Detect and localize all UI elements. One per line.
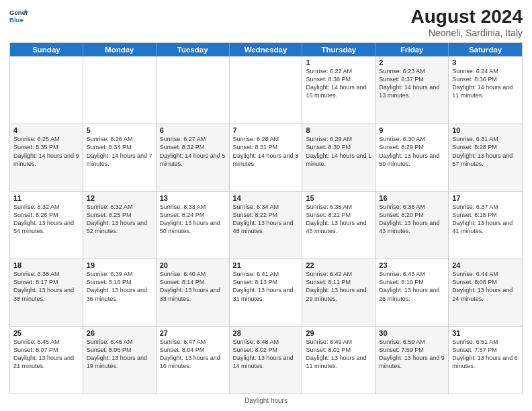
day-header-tuesday: Tuesday (157, 43, 230, 56)
calendar-cell-2: 2Sunrise: 6:23 AM Sunset: 8:37 PM Daylig… (375, 56, 449, 124)
day-header-saturday: Saturday (449, 43, 522, 56)
day-number: 15 (306, 194, 371, 202)
day-info: Sunrise: 6:25 AM Sunset: 8:35 PM Dayligh… (13, 135, 79, 168)
calendar-cell-12: 12Sunrise: 6:32 AM Sunset: 8:25 PM Dayli… (83, 192, 157, 259)
day-info: Sunrise: 6:44 AM Sunset: 8:08 PM Dayligh… (452, 270, 519, 303)
calendar-row-1: 1Sunrise: 6:22 AM Sunset: 8:38 PM Daylig… (10, 56, 522, 124)
day-number: 14 (233, 194, 299, 202)
calendar-cell-5: 5Sunrise: 6:26 AM Sunset: 8:34 PM Daylig… (83, 124, 157, 191)
day-info: Sunrise: 6:32 AM Sunset: 8:26 PM Dayligh… (13, 203, 79, 236)
calendar-cell-4: 4Sunrise: 6:25 AM Sunset: 8:35 PM Daylig… (10, 124, 83, 191)
day-info: Sunrise: 6:50 AM Sunset: 7:59 PM Dayligh… (379, 338, 445, 371)
day-header-wednesday: Wednesday (230, 43, 303, 56)
day-info: Sunrise: 6:23 AM Sunset: 8:37 PM Dayligh… (379, 67, 445, 100)
calendar-cell-26: 26Sunrise: 6:46 AM Sunset: 8:05 PM Dayli… (83, 327, 157, 394)
day-number: 1 (306, 58, 371, 66)
day-number: 31 (452, 329, 519, 337)
calendar-cell-16: 16Sunrise: 6:36 AM Sunset: 8:20 PM Dayli… (375, 192, 449, 259)
day-info: Sunrise: 6:35 AM Sunset: 8:21 PM Dayligh… (306, 203, 371, 236)
day-number: 13 (160, 194, 226, 202)
calendar-cell-empty-02 (157, 56, 230, 124)
day-number: 11 (13, 194, 79, 202)
day-number: 18 (13, 261, 79, 269)
day-number: 16 (379, 194, 445, 202)
day-info: Sunrise: 6:46 AM Sunset: 8:05 PM Dayligh… (87, 338, 152, 371)
day-header-thursday: Thursday (302, 43, 375, 56)
calendar-cell-7: 7Sunrise: 6:28 AM Sunset: 8:31 PM Daylig… (230, 124, 303, 191)
calendar-cell-21: 21Sunrise: 6:41 AM Sunset: 8:13 PM Dayli… (230, 259, 303, 326)
day-info: Sunrise: 6:27 AM Sunset: 8:32 PM Dayligh… (160, 135, 226, 168)
calendar-row-3: 11Sunrise: 6:32 AM Sunset: 8:26 PM Dayli… (10, 191, 522, 259)
day-info: Sunrise: 6:41 AM Sunset: 8:13 PM Dayligh… (233, 270, 299, 303)
day-info: Sunrise: 6:51 AM Sunset: 7:57 PM Dayligh… (452, 338, 519, 371)
calendar-cell-17: 17Sunrise: 6:37 AM Sunset: 8:18 PM Dayli… (449, 192, 522, 259)
day-info: Sunrise: 6:48 AM Sunset: 8:02 PM Dayligh… (233, 338, 299, 371)
calendar-cell-24: 24Sunrise: 6:44 AM Sunset: 8:08 PM Dayli… (449, 259, 522, 326)
calendar-cell-29: 29Sunrise: 6:49 AM Sunset: 8:01 PM Dayli… (302, 327, 375, 394)
day-number: 4 (13, 126, 79, 134)
day-number: 30 (379, 329, 445, 337)
day-info: Sunrise: 6:22 AM Sunset: 8:38 PM Dayligh… (306, 67, 371, 100)
calendar-cell-22: 22Sunrise: 6:42 AM Sunset: 8:11 PM Dayli… (302, 259, 375, 326)
day-number: 24 (452, 261, 519, 269)
day-info: Sunrise: 6:40 AM Sunset: 8:14 PM Dayligh… (160, 270, 226, 303)
day-number: 20 (160, 261, 226, 269)
page: General Blue August 2024 Neoneli, Sardin… (0, 0, 532, 411)
day-number: 7 (233, 126, 299, 134)
calendar-row-5: 25Sunrise: 6:45 AM Sunset: 8:07 PM Dayli… (10, 326, 522, 394)
footer-note: Daylight hours (9, 397, 523, 404)
calendar-cell-empty-03 (230, 56, 303, 124)
day-number: 28 (233, 329, 299, 337)
day-info: Sunrise: 6:47 AM Sunset: 8:04 PM Dayligh… (160, 338, 226, 371)
calendar-cell-9: 9Sunrise: 6:30 AM Sunset: 8:29 PM Daylig… (375, 124, 449, 191)
day-number: 21 (233, 261, 299, 269)
day-number: 17 (452, 194, 519, 202)
day-number: 8 (306, 126, 371, 134)
day-number: 19 (87, 261, 152, 269)
calendar-body: 1Sunrise: 6:22 AM Sunset: 8:38 PM Daylig… (10, 56, 522, 394)
day-number: 27 (160, 329, 226, 337)
calendar-row-4: 18Sunrise: 6:38 AM Sunset: 8:17 PM Dayli… (10, 259, 522, 326)
calendar-cell-empty-00 (10, 56, 83, 124)
day-number: 22 (306, 261, 371, 269)
day-number: 3 (452, 58, 519, 66)
day-number: 10 (452, 126, 519, 134)
day-info: Sunrise: 6:36 AM Sunset: 8:20 PM Dayligh… (379, 203, 445, 236)
day-info: Sunrise: 6:28 AM Sunset: 8:31 PM Dayligh… (233, 135, 299, 168)
day-number: 23 (379, 261, 445, 269)
day-info: Sunrise: 6:31 AM Sunset: 8:28 PM Dayligh… (452, 135, 519, 168)
day-info: Sunrise: 6:39 AM Sunset: 8:16 PM Dayligh… (87, 270, 152, 303)
calendar-cell-empty-01 (83, 56, 157, 124)
day-number: 12 (87, 194, 152, 202)
day-info: Sunrise: 6:42 AM Sunset: 8:11 PM Dayligh… (306, 270, 371, 303)
calendar-cell-15: 15Sunrise: 6:35 AM Sunset: 8:21 PM Dayli… (302, 192, 375, 259)
day-number: 26 (87, 329, 152, 337)
day-info: Sunrise: 6:26 AM Sunset: 8:34 PM Dayligh… (87, 135, 152, 168)
day-header-friday: Friday (375, 43, 449, 56)
calendar-cell-27: 27Sunrise: 6:47 AM Sunset: 8:04 PM Dayli… (157, 327, 230, 394)
day-info: Sunrise: 6:45 AM Sunset: 8:07 PM Dayligh… (13, 338, 79, 371)
calendar-cell-25: 25Sunrise: 6:45 AM Sunset: 8:07 PM Dayli… (10, 327, 83, 394)
day-info: Sunrise: 6:38 AM Sunset: 8:17 PM Dayligh… (13, 270, 79, 303)
calendar-cell-20: 20Sunrise: 6:40 AM Sunset: 8:14 PM Dayli… (157, 259, 230, 326)
calendar-cell-3: 3Sunrise: 6:24 AM Sunset: 8:36 PM Daylig… (449, 56, 522, 124)
title-block: August 2024 Neoneli, Sardinia, Italy (411, 7, 523, 38)
main-title: August 2024 (411, 7, 523, 28)
day-info: Sunrise: 6:24 AM Sunset: 8:36 PM Dayligh… (452, 67, 519, 100)
header: General Blue August 2024 Neoneli, Sardin… (9, 7, 523, 38)
svg-text:Blue: Blue (9, 16, 24, 24)
day-header-monday: Monday (83, 43, 157, 56)
day-header-sunday: Sunday (10, 43, 83, 56)
day-number: 29 (306, 329, 371, 337)
day-number: 6 (160, 126, 226, 134)
calendar-cell-11: 11Sunrise: 6:32 AM Sunset: 8:26 PM Dayli… (10, 192, 83, 259)
day-number: 9 (379, 126, 445, 134)
calendar-row-2: 4Sunrise: 6:25 AM Sunset: 8:35 PM Daylig… (10, 124, 522, 191)
calendar-cell-19: 19Sunrise: 6:39 AM Sunset: 8:16 PM Dayli… (83, 259, 157, 326)
day-info: Sunrise: 6:34 AM Sunset: 8:22 PM Dayligh… (233, 203, 299, 236)
day-info: Sunrise: 6:30 AM Sunset: 8:29 PM Dayligh… (379, 135, 445, 168)
calendar: SundayMondayTuesdayWednesdayThursdayFrid… (9, 42, 523, 394)
day-info: Sunrise: 6:32 AM Sunset: 8:25 PM Dayligh… (87, 203, 152, 236)
calendar-cell-14: 14Sunrise: 6:34 AM Sunset: 8:22 PM Dayli… (230, 192, 303, 259)
calendar-header: SundayMondayTuesdayWednesdayThursdayFrid… (10, 43, 522, 56)
